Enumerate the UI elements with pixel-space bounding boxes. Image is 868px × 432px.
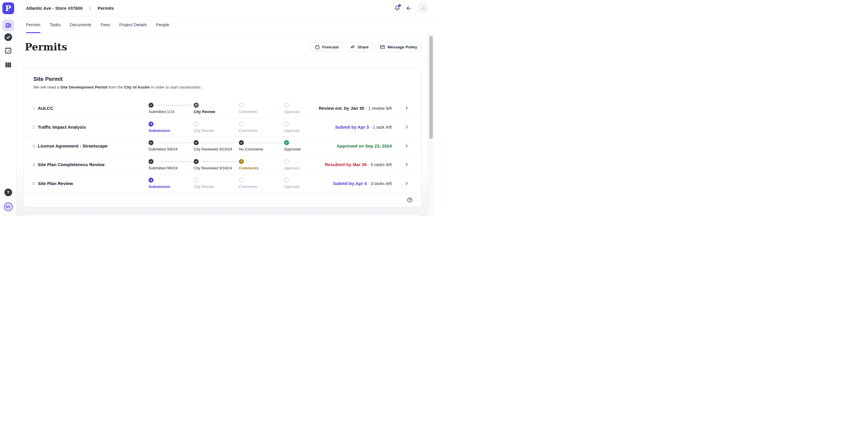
- step-approved: Approved: [284, 140, 311, 152]
- notifications-button[interactable]: [394, 5, 400, 11]
- sidebar-item-tasks[interactable]: [4, 33, 12, 41]
- header-actions: [394, 3, 428, 13]
- step-submitted: Submitted 9/9/24: [149, 140, 194, 152]
- breadcrumb-project[interactable]: Atlantic Ave - Store #37600: [26, 6, 82, 11]
- permit-name: Site Plan Review: [38, 181, 73, 186]
- step-city-review: City Review: [194, 122, 239, 133]
- help-button[interactable]: ?: [4, 189, 12, 196]
- chevron-right-icon: [405, 106, 409, 110]
- forward-button[interactable]: [417, 3, 428, 13]
- permit-name: Site Plan Completeness Review: [38, 162, 104, 167]
- row-status: Approved on Sep 23, 2024: [311, 143, 392, 148]
- sidebar-item-permits[interactable]: [2, 20, 14, 31]
- message-pulley-button[interactable]: Message Pulley: [376, 42, 422, 52]
- step-submitted: Submitted 9/6/24: [149, 159, 194, 170]
- step-tracker: Submitted 1/14 City Review Comments: [149, 103, 311, 114]
- step-comments: Comments: [239, 103, 284, 114]
- step-city-review: City Review: [194, 103, 239, 114]
- back-button[interactable]: [406, 5, 412, 11]
- card-description: We will need a Site Development Permit f…: [33, 85, 412, 90]
- row-number: 5: [32, 181, 38, 186]
- page-title: Permits: [25, 41, 67, 53]
- row-status: Submit by Apr 3 · 1 task left: [311, 125, 392, 130]
- step-city-review: City Review: [194, 178, 239, 189]
- step-submitted: Submitted 1/14: [149, 103, 194, 114]
- step-approval: Approval: [284, 103, 311, 114]
- permit-row-traffic-impact[interactable]: 2 Traffic Impact Analysis Submission Cit…: [24, 118, 421, 137]
- tab-permits[interactable]: Permits: [26, 16, 40, 33]
- row-status: Submit by Apr 4 · 3 tasks left: [311, 181, 392, 186]
- tab-tasks[interactable]: Tasks: [50, 16, 61, 33]
- forecast-button[interactable]: Forecast: [311, 42, 343, 52]
- main-content: Permits Forecast: [17, 33, 434, 216]
- history-clock-icon[interactable]: [407, 197, 412, 203]
- scrollbar-thumb[interactable]: [429, 36, 433, 139]
- permit-name: AULCC: [38, 106, 54, 111]
- step-city-reviewed: City Reviewed 9/23/24: [194, 140, 239, 152]
- row-number: 1: [32, 106, 38, 111]
- step-tracker: Submitted 9/9/24 City Reviewed 9/23/24 N…: [149, 140, 311, 152]
- app-window: P: [0, 0, 434, 216]
- newspaper-icon: [5, 22, 12, 29]
- scrollbar-track[interactable]: [428, 33, 434, 216]
- page-actions: Forecast Share: [311, 42, 422, 52]
- breadcrumb: Atlantic Ave - Store #37600 Permits: [26, 6, 114, 11]
- step-no-comments: No Comments: [239, 140, 284, 152]
- chevron-right-icon: [405, 163, 409, 166]
- chevron-right-icon: [88, 6, 92, 10]
- step-approval: Approval: [284, 159, 311, 170]
- sidebar-item-board[interactable]: [5, 61, 12, 68]
- step-comments-warning: Comments: [239, 159, 284, 170]
- share-icon: [350, 44, 355, 49]
- permit-rows: 1 AULCC Submitted 1/14 City Review: [24, 99, 421, 193]
- chevron-right-icon: [405, 144, 409, 148]
- step-submission: Submission: [149, 122, 194, 133]
- columns-icon: [5, 61, 12, 68]
- page-header: Permits Forecast: [17, 33, 434, 61]
- pulley-logo[interactable]: P: [2, 2, 14, 14]
- sidebar: P: [0, 0, 17, 216]
- notification-dot: [398, 4, 401, 7]
- permit-row-license-agreement[interactable]: 3 License Agreement - Streetscape Submit…: [24, 136, 421, 155]
- permit-name: Traffic Impact Analysis: [38, 125, 86, 130]
- step-city-reviewed: City Reviewed 9/16/24: [194, 159, 239, 170]
- row-status: Review est. by Jan 30 · 1 review left: [311, 106, 392, 111]
- breadcrumb-current: Permits: [97, 6, 114, 11]
- step-comments: Comments: [239, 178, 284, 189]
- share-button[interactable]: Share: [346, 42, 373, 52]
- chevron-right-icon: [405, 125, 409, 129]
- tab-project-details[interactable]: Project Details: [119, 16, 147, 33]
- next-permit-card-peek: [24, 213, 422, 216]
- tab-people[interactable]: People: [156, 16, 169, 33]
- check-circle-icon: [4, 33, 12, 41]
- permit-row-site-plan-completeness[interactable]: 4 Site Plan Completeness Review Submitte…: [24, 155, 421, 174]
- chevron-right-icon: [405, 181, 409, 185]
- row-number: 4: [32, 162, 38, 167]
- step-approval: Approval: [284, 122, 311, 133]
- calendar-icon: [4, 47, 12, 54]
- permit-name: License Agreement - Streetscape: [38, 143, 107, 148]
- sidebar-item-calendar[interactable]: [4, 47, 12, 54]
- card-title: Site Permit: [33, 76, 412, 82]
- top-header: Atlantic Ave - Store #37600 Permits: [17, 0, 434, 16]
- user-avatar[interactable]: DY: [4, 202, 13, 211]
- step-approval: Approval: [284, 178, 311, 189]
- tab-bar: Permits Tasks Documents Fees Project Det…: [17, 16, 434, 33]
- tab-documents[interactable]: Documents: [70, 16, 91, 33]
- step-tracker: Submission City Review Comments App: [149, 122, 311, 133]
- site-permit-card: Site Permit We will need a Site Developm…: [24, 68, 422, 207]
- step-submission: Submission: [149, 178, 194, 189]
- card-footer: [24, 193, 421, 207]
- row-status: Resubmit by Mar 29 · 5 tasks left: [311, 162, 392, 167]
- permit-row-aulcc[interactable]: 1 AULCC Submitted 1/14 City Review: [24, 99, 421, 118]
- row-number: 2: [32, 125, 38, 130]
- permit-row-site-plan-review[interactable]: 5 Site Plan Review Submission City Revie…: [24, 174, 421, 193]
- envelope-icon: [380, 44, 385, 49]
- card-header: Site Permit We will need a Site Developm…: [24, 68, 421, 90]
- step-tracker: Submission City Review Comments App: [149, 178, 311, 189]
- step-tracker: Submitted 9/6/24 City Reviewed 9/16/24 C…: [149, 159, 311, 170]
- tab-fees[interactable]: Fees: [101, 16, 110, 33]
- step-comments: Comments: [239, 122, 284, 133]
- row-number: 3: [32, 143, 38, 148]
- calendar-icon: [315, 45, 320, 49]
